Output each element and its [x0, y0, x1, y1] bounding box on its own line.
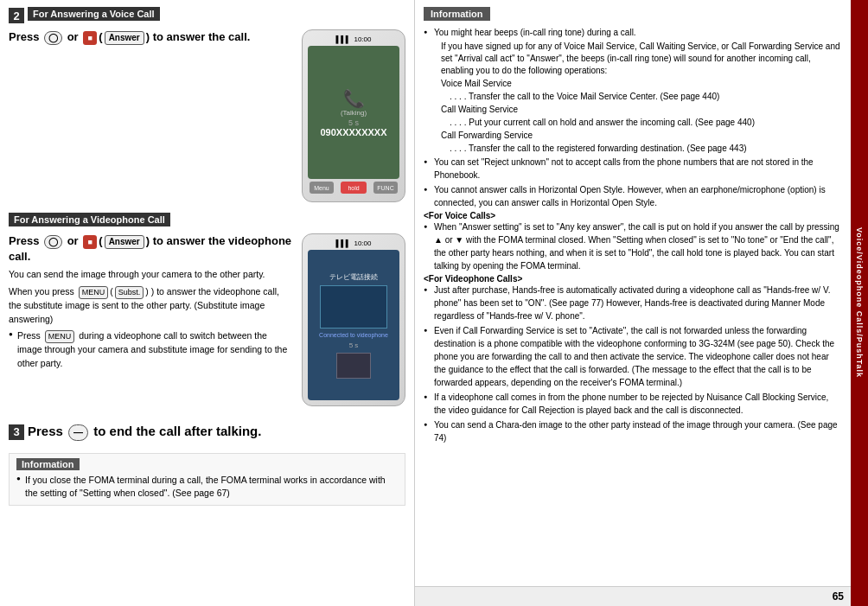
- or-label-video: or: [67, 234, 79, 247]
- right-line-item: <For Videophone Calls>: [424, 274, 842, 284]
- phone-image-video: ▌▌▌ 10:00 テレビ電話接続 Connected to videophon…: [302, 233, 405, 406]
- right-line-item: . . . . Transfer the call to the registe…: [424, 143, 842, 155]
- video-bullet1-row: Press MENU during a videophone call to s…: [9, 329, 293, 370]
- key-square-video: ■: [83, 235, 97, 249]
- right-line-item: You can send a Chara-den image to the ot…: [424, 418, 842, 444]
- voice-call-section: Press ◯ or ■(Answer) to answer the call.…: [9, 29, 405, 202]
- right-line-item: . . . . Transfer the call to the Voice M…: [424, 91, 842, 103]
- videophone-header-row: For Answering a Videophone Call: [9, 213, 405, 230]
- right-line-item: Even if Call Forwarding Service is set t…: [424, 324, 842, 389]
- video-feed: [320, 285, 387, 329]
- right-line-item: You can set "Reject unknown" not to acce…: [424, 156, 842, 182]
- phone2-top-icons: ▌▌▌ 10:00: [335, 239, 371, 247]
- key-menu: MENU: [79, 286, 109, 299]
- end-call-btn: —: [68, 424, 88, 441]
- phone-image-voice: ▌▌▌ 10:00 📞 (Talking) 5 s 090XXXXXXXX Me…: [302, 29, 405, 202]
- step3-press-label: Press: [28, 424, 63, 438]
- right-line-item: Just after purchase, Hands-free is autom…: [424, 284, 842, 322]
- video-body2-label: When you press: [9, 286, 74, 297]
- func-btn: FUNC: [373, 182, 398, 194]
- video-body2-row: When you press MENU(Subst.) ) to answer …: [9, 285, 293, 326]
- connected-label: Connected to videophone: [319, 332, 388, 338]
- right-info-header: Information: [424, 7, 490, 21]
- press-label-voice: Press: [9, 30, 39, 43]
- key-square-voice: ■: [83, 31, 97, 45]
- step3-row: 3 Press — to end the call after talking.: [9, 417, 405, 448]
- video-bullet1-label: Press: [17, 330, 41, 341]
- phone-top-icons: ▌▌▌ 10:00: [335, 35, 371, 43]
- voice-call-text: Press ◯ or ■(Answer) to answer the call.: [9, 29, 293, 202]
- step3-suffix: to end the call after talking.: [93, 424, 261, 438]
- videophone-call-text: Press ◯ or ■(Answer) to answer the video…: [9, 233, 293, 406]
- videophone-call-header: For Answering a Videophone Call: [9, 213, 170, 226]
- video-press-line: Press ◯ or ■(Answer) to answer the video…: [9, 233, 293, 265]
- key-circle-voice: ◯: [44, 31, 62, 45]
- step3-line: Press — to end the call after talking.: [28, 424, 261, 441]
- video-body1: You can send the image through your came…: [9, 268, 293, 282]
- right-lines-container: You might hear beeps (in-call ring tone)…: [424, 26, 842, 444]
- signal2-icon: ▌▌▌: [335, 239, 350, 247]
- bottom-info-bullet: If you close the FOMA terminal during a …: [16, 474, 398, 501]
- menu-btn: Menu: [310, 182, 334, 194]
- voice-press-line: Press ◯ or ■(Answer) to answer the call.: [9, 29, 293, 45]
- phone-screen-voice: 📞 (Talking) 5 s 090XXXXXXXX: [308, 46, 399, 179]
- key-menu2: MENU: [45, 330, 75, 343]
- key-subst: Subst.: [115, 286, 144, 299]
- phone-screen-video: テレビ電話接続 Connected to videophone 5 s: [308, 250, 399, 400]
- step-number-3: 3: [9, 424, 24, 440]
- bottom-info-box: Information If you close the FOMA termin…: [9, 453, 405, 507]
- right-line-item: If you have signed up for any of Voice M…: [424, 41, 842, 77]
- phone-number-display: 090XXXXXXXX: [320, 127, 386, 137]
- video-timer: 5 s: [349, 341, 359, 349]
- step2-row: 2 For Answering a Voice Call: [9, 7, 405, 24]
- timer-display: 5 s: [348, 118, 359, 127]
- right-line-item: Call Forwarding Service: [424, 130, 842, 142]
- voice-call-header: For Answering a Voice Call: [28, 7, 160, 21]
- right-line-item: You cannot answer calls in Horizontal Op…: [424, 183, 842, 209]
- self-view: [336, 353, 371, 379]
- right-line-item: Call Waiting Service: [424, 104, 842, 116]
- side-tab-label: Voice/Videophone Calls/PushTalk: [855, 227, 864, 378]
- key-answer-video: Answer: [105, 235, 144, 249]
- step-number-2: 2: [9, 8, 24, 23]
- time2-display: 10:00: [354, 239, 371, 247]
- page-number: 65: [415, 586, 851, 606]
- side-tab: Voice/Videophone Calls/PushTalk: [851, 0, 868, 606]
- left-panel: 2 For Answering a Voice Call Press ◯ or …: [0, 0, 415, 606]
- key-circle-video: ◯: [44, 235, 62, 249]
- hold-label: hold: [348, 185, 359, 191]
- right-line-item: Voice Mail Service: [424, 78, 842, 90]
- talking-label: (Talking): [341, 109, 367, 117]
- videophone-call-section: Press ◯ or ■(Answer) to answer the video…: [9, 233, 405, 406]
- phone-icon: 📞: [343, 88, 365, 109]
- time-display: 10:00: [354, 35, 371, 43]
- hold-btn: hold: [341, 182, 367, 194]
- voice-suffix: ) to answer the call.: [146, 30, 251, 43]
- video-screen-title: テレビ電話接続: [329, 272, 378, 282]
- right-content: Information You might hear beeps (in-cal…: [415, 0, 851, 586]
- or-label-voice: or: [67, 30, 79, 43]
- bottom-info-header: Information: [16, 458, 80, 470]
- right-line-item: <For Voice Calls>: [424, 211, 842, 220]
- right-line-item: You might hear beeps (in-call ring tone)…: [424, 26, 842, 39]
- press-label-video: Press: [9, 234, 39, 247]
- right-line-item: If a videophone call comes in from the p…: [424, 391, 842, 417]
- phone-bottom-buttons: Menu hold FUNC: [308, 179, 399, 196]
- right-line-item: When "Answer setting" is set to "Any key…: [424, 220, 842, 272]
- key-answer-voice: Answer: [105, 31, 144, 45]
- right-panel: Information You might hear beeps (in-cal…: [415, 0, 851, 606]
- right-line-item: . . . . Put your current call on hold an…: [424, 117, 842, 129]
- signal-icon: ▌▌▌: [335, 35, 350, 43]
